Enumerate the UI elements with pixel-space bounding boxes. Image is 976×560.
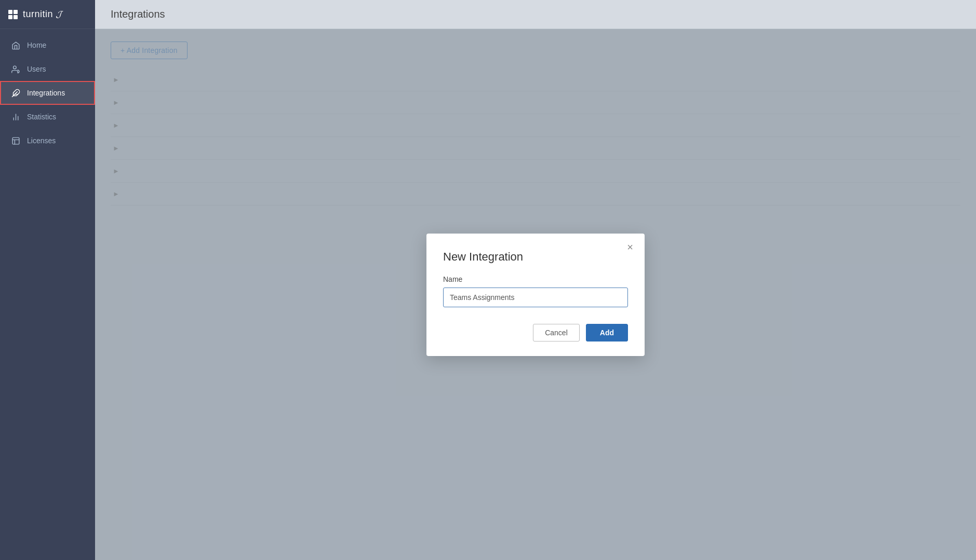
puzzle-icon	[10, 88, 21, 98]
content-area: + Add Integration ► ► ► ► ► ► × New Inte…	[95, 29, 976, 560]
sidebar-item-users-label: Users	[27, 65, 46, 73]
top-bar: Integrations	[95, 0, 976, 29]
sidebar-item-statistics-label: Statistics	[27, 113, 56, 121]
cancel-button[interactable]: Cancel	[533, 324, 580, 342]
logo-text: turnitin	[23, 9, 53, 20]
sidebar-nav: Home Users Integrations Statistics Licen	[0, 29, 95, 153]
sidebar-item-integrations-label: Integrations	[27, 89, 65, 97]
modal-dialog: × New Integration Name Cancel Add	[426, 234, 645, 356]
main-content: Integrations + Add Integration ► ► ► ► ►…	[95, 0, 976, 560]
page-title: Integrations	[111, 8, 165, 20]
sidebar-logo: turnitin 𝓙	[0, 0, 95, 29]
license-icon	[10, 135, 21, 146]
svg-point-0	[13, 66, 16, 69]
grid-icon	[8, 10, 18, 19]
sidebar-item-integrations[interactable]: Integrations	[0, 81, 95, 105]
modal-title: New Integration	[443, 250, 628, 264]
sidebar-item-licenses[interactable]: Licenses	[0, 129, 95, 153]
modal-overlay: × New Integration Name Cancel Add	[95, 29, 976, 560]
sidebar: turnitin 𝓙 Home Users Integrations	[0, 0, 95, 560]
sidebar-item-users[interactable]: Users	[0, 57, 95, 81]
home-icon	[10, 40, 21, 50]
modal-name-label: Name	[443, 275, 628, 283]
svg-rect-6	[12, 138, 19, 144]
modal-close-button[interactable]: ×	[624, 241, 636, 253]
sidebar-item-home-label: Home	[27, 41, 46, 49]
logo-badge: 𝓙	[56, 9, 63, 20]
modal-actions: Cancel Add	[443, 324, 628, 342]
add-button[interactable]: Add	[586, 324, 628, 342]
integration-name-input[interactable]	[443, 288, 628, 307]
sidebar-item-licenses-label: Licenses	[27, 136, 56, 145]
sidebar-item-home[interactable]: Home	[0, 33, 95, 57]
chart-icon	[10, 112, 21, 122]
users-icon	[10, 64, 21, 74]
sidebar-item-statistics[interactable]: Statistics	[0, 105, 95, 129]
